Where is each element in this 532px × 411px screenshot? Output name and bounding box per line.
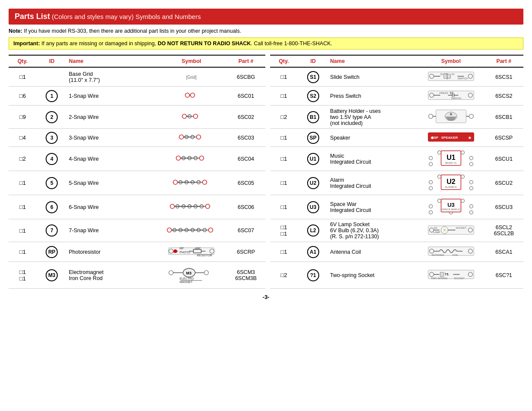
page-title: Parts List (Colors and styles may vary) …	[9, 9, 523, 25]
svg-point-126	[208, 228, 213, 232]
svg-text:◉SP: ◉SP	[431, 136, 439, 140]
right-qty: □1	[270, 195, 298, 219]
svg-text:SOCKET: SOCKET	[454, 277, 465, 280]
right-symbol: PRESS S2 SWITCH	[417, 87, 484, 106]
parts-table: Qty. ID Name Symbol Part # Qty. ID Name …	[9, 55, 523, 289]
left-part: 6SC05	[227, 171, 266, 195]
svg-point-51	[176, 156, 180, 160]
svg-text:?1: ?1	[445, 272, 449, 276]
left-part: 6SC04	[227, 147, 266, 171]
svg-point-89	[170, 204, 174, 209]
right-qty: □2	[270, 262, 298, 289]
left-qty: □9	[9, 106, 37, 129]
id-badge: 2	[46, 111, 58, 123]
right-part: 6SCS2	[484, 87, 523, 106]
right-name: Two-spring Socket	[328, 262, 417, 289]
table-row: □1 □1M3Electromagnet Iron Core Rod M3 EL…	[9, 262, 523, 289]
right-symbol: 6V LAMP SOCKET	[417, 219, 484, 242]
right-name: 6V Lamp Socket 6V Bulb (6.2V, 0.3A) (R. …	[328, 219, 417, 242]
id-badge: U2	[307, 177, 319, 189]
svg-text:ANTENNA: ANTENNA	[432, 254, 444, 256]
svg-point-163	[204, 271, 208, 275]
right-id: A1	[298, 242, 328, 262]
header-symbol: Symbol	[156, 55, 227, 67]
left-part: 6SC03	[227, 129, 266, 147]
left-part: 6SCRP	[227, 242, 266, 262]
left-symbol	[156, 106, 227, 129]
left-id: M3	[37, 262, 67, 289]
right-qty: □1	[270, 171, 298, 195]
table-row: □244-Snap Wire6SC04□1U1Music Integrated …	[9, 147, 523, 171]
right-symbol: SLIDE S1 SWITCH	[417, 67, 484, 87]
left-symbol: RP RP PHOTO RESISTOR	[156, 242, 227, 262]
svg-point-36	[429, 114, 433, 118]
id-badge: U3	[307, 201, 319, 213]
left-qty: □1	[9, 171, 37, 195]
left-symbol	[156, 129, 227, 147]
svg-point-65	[470, 162, 473, 166]
id-badge: 1	[46, 90, 58, 102]
svg-point-102	[429, 205, 432, 208]
svg-point-28	[193, 114, 198, 118]
svg-point-60	[429, 156, 432, 160]
right-name: Press Switch	[328, 87, 417, 106]
svg-text:ELECTRO: ELECTRO	[180, 277, 194, 280]
left-symbol: [Grid]	[156, 67, 227, 87]
left-part: 6SCBG	[227, 67, 266, 87]
svg-text:SPEAKER: SPEAKER	[441, 136, 458, 140]
id-badge: U1	[307, 153, 319, 165]
left-name: 4-Snap Wire	[67, 147, 156, 171]
important-box: Important: If any parts are missing or d…	[9, 37, 523, 50]
id-badge: RP	[46, 246, 58, 258]
right-id: L2	[298, 219, 328, 242]
svg-point-103	[438, 199, 441, 202]
left-name: Base Grid (11.0" x 7.7")	[67, 67, 156, 87]
right-name: Alarm Integrated Circuit	[328, 171, 417, 195]
svg-text:U3: U3	[448, 202, 455, 208]
svg-text:SWITCH: SWITCH	[457, 77, 468, 80]
left-name: Photoresistor	[67, 242, 156, 262]
svg-point-84	[429, 187, 432, 190]
id-badge: ?1	[307, 269, 319, 281]
right-qty: □1	[270, 67, 298, 87]
left-qty: □1 □1	[9, 262, 37, 289]
left-qty: □1	[9, 195, 37, 219]
svg-text:U2: U2	[447, 178, 456, 185]
svg-point-79	[202, 180, 207, 184]
svg-point-81	[438, 175, 441, 178]
id-badge: A1	[307, 246, 319, 258]
left-name: 5-Snap Wire	[67, 171, 156, 195]
header-symbol2: Symbol	[417, 55, 484, 67]
left-name: 3-Snap Wire	[67, 129, 156, 147]
svg-point-80	[429, 181, 432, 184]
svg-text:COIL: COIL	[452, 254, 459, 256]
svg-text:MUSIC IC: MUSIC IC	[445, 162, 457, 164]
left-symbol	[156, 147, 227, 171]
svg-text:6V: 6V	[434, 227, 437, 229]
right-qty: □1	[270, 242, 298, 262]
id-badge: 3	[46, 132, 58, 144]
header-id: ID	[37, 55, 67, 67]
table-row: □1RPPhotoresistor RP RP PHOTO RESISTOR 6…	[9, 242, 523, 262]
svg-point-69	[173, 180, 177, 184]
svg-text:U1: U1	[447, 154, 456, 161]
left-qty: □6	[9, 87, 37, 106]
id-badge: 7	[46, 224, 58, 237]
svg-point-158	[169, 271, 173, 275]
right-symbol: U2 ALARM IC	[417, 171, 484, 195]
id-badge: M3	[46, 269, 58, 281]
svg-text:RP: RP	[180, 247, 184, 250]
right-qty: □1 □1	[270, 219, 298, 242]
svg-point-12	[190, 93, 195, 97]
svg-point-24	[182, 114, 187, 118]
svg-point-83	[470, 181, 473, 184]
right-id: ?1	[298, 262, 328, 289]
svg-point-61	[438, 151, 441, 154]
right-name: Slide Switch	[328, 67, 417, 87]
svg-text:S2: S2	[450, 91, 454, 94]
right-id: U3	[298, 195, 328, 219]
left-symbol: M3 ELECTRO MAGNET	[156, 262, 227, 289]
svg-text:PRESS: PRESS	[439, 92, 448, 94]
svg-point-112	[167, 228, 171, 232]
svg-point-85	[470, 187, 473, 190]
